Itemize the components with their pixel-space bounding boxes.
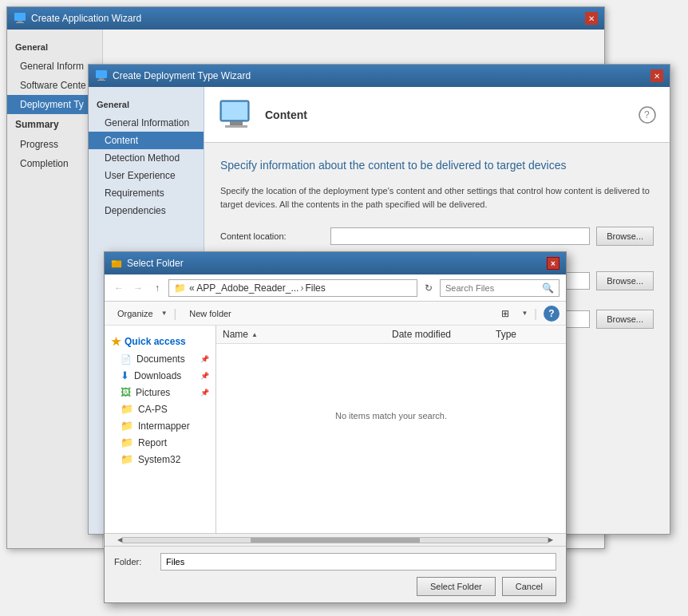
path-current: Files xyxy=(305,282,325,294)
col-date-modified[interactable]: Date modified xyxy=(392,329,496,340)
organize-dropdown[interactable]: Organize ▼ xyxy=(111,307,168,320)
intermapper-folder-icon: 📁 xyxy=(121,420,133,432)
organize-button[interactable]: Organize xyxy=(111,307,160,320)
select-folder-close-button[interactable]: × xyxy=(547,257,559,270)
deploy-sidebar-item-requirements[interactable]: Requirements xyxy=(89,184,204,202)
path-root: « APP_Adobe_Reader_... xyxy=(189,282,299,294)
dialog-right-panel: Name ▲ Date modified Type No items match… xyxy=(216,326,566,533)
path-separator: › xyxy=(300,282,303,294)
extra-browse-button-1[interactable]: Browse... xyxy=(596,271,654,290)
left-panel-item-report[interactable]: 📁 Report xyxy=(105,434,215,451)
organize-dropdown-arrow: ▼ xyxy=(161,310,168,317)
intermapper-label: Intermapper xyxy=(138,421,190,432)
file-list-header: Name ▲ Date modified Type xyxy=(216,326,566,344)
deploy-wizard-icon xyxy=(95,69,108,82)
svg-rect-5 xyxy=(97,80,105,81)
left-panel-item-intermapper[interactable]: 📁 Intermapper xyxy=(105,417,215,434)
col-name[interactable]: Name ▲ xyxy=(223,329,392,340)
left-panel-item-ca-ps[interactable]: 📁 CA-PS xyxy=(105,401,215,417)
deploy-sidebar-item-content[interactable]: Content xyxy=(89,132,204,149)
deploy-header-title: Content xyxy=(265,109,307,121)
nav-back-button[interactable]: ← xyxy=(111,280,127,296)
left-panel-item-downloads[interactable]: ⬇ Downloads 📌 xyxy=(105,367,215,384)
content-location-browse-button[interactable]: Browse... xyxy=(596,227,654,246)
folder-label: Folder: xyxy=(114,557,154,567)
toolbar-divider: | xyxy=(174,307,177,320)
dialog-toolbar: Organize ▼ | New folder ⊞ ▼ | ? xyxy=(105,302,566,326)
deploy-wizard-titlebar: Create Deployment Type Wizard ✕ xyxy=(89,65,670,87)
svg-rect-9 xyxy=(225,125,247,128)
system32-label: System32 xyxy=(138,454,180,465)
content-pc-icon xyxy=(217,96,255,134)
select-folder-title-icon xyxy=(111,258,122,269)
left-panel-item-documents[interactable]: 📄 Documents 📌 xyxy=(105,351,215,367)
deploy-sidebar-item-user-exp[interactable]: User Experience xyxy=(89,167,204,184)
deploy-header-icon xyxy=(217,96,255,134)
app-wizard-title: Create Application Wizard xyxy=(31,13,141,24)
dialog-address-bar: ← → ↑ 📁 « APP_Adobe_Reader_... › Files ↻… xyxy=(105,274,566,302)
view-toggle-button[interactable]: ⊞ xyxy=(496,306,515,322)
scrollbar-right-arrow[interactable]: ▶ xyxy=(548,536,553,543)
scrollbar-track[interactable] xyxy=(122,537,548,543)
svg-rect-8 xyxy=(230,121,243,125)
select-folder-title-left: Select Folder xyxy=(111,258,184,269)
svg-rect-2 xyxy=(16,22,24,23)
folder-input[interactable] xyxy=(160,553,556,571)
address-path-bar[interactable]: 📁 « APP_Adobe_Reader_... › Files xyxy=(168,279,417,297)
svg-rect-4 xyxy=(99,78,104,80)
dialog-scrollbar[interactable]: ◀ ▶ xyxy=(105,533,566,546)
select-folder-button[interactable]: Select Folder xyxy=(417,577,496,596)
help-button[interactable]: ? xyxy=(544,306,559,322)
scrollbar-thumb[interactable] xyxy=(251,538,421,543)
svg-text:?: ? xyxy=(644,109,650,120)
documents-icon: 📄 xyxy=(121,354,132,365)
select-folder-title-text: Select Folder xyxy=(127,258,184,269)
col-type[interactable]: Type xyxy=(496,329,559,340)
view-dropdown-arrow: ▼ xyxy=(521,310,528,317)
content-location-input[interactable] xyxy=(330,227,590,245)
content-location-row: Content location: Browse... xyxy=(220,227,654,246)
nav-forward-button[interactable]: → xyxy=(130,280,146,296)
quick-access-star-icon: ★ xyxy=(111,335,121,348)
deploy-wizard-close-button[interactable]: ✕ xyxy=(650,69,663,82)
documents-label: Documents xyxy=(136,353,185,365)
nav-refresh-button[interactable]: ↻ xyxy=(421,280,437,296)
extra-browse-button-2[interactable]: Browse... xyxy=(596,310,654,329)
deploy-sidebar-item-detection[interactable]: Detection Method xyxy=(89,149,204,167)
nav-up-button[interactable]: ↑ xyxy=(149,280,165,296)
path-folder-icon: 📁 xyxy=(174,282,186,294)
quick-access-label: Quick access xyxy=(125,336,186,347)
downloads-icon: ⬇ xyxy=(121,369,129,381)
pictures-icon: 🖼 xyxy=(121,386,131,398)
ca-ps-label: CA-PS xyxy=(138,404,168,415)
app-wizard-close-button[interactable]: ✕ xyxy=(585,12,598,25)
report-label: Report xyxy=(138,437,167,448)
no-items-message: No items match your search. xyxy=(216,344,566,488)
pictures-label: Pictures xyxy=(136,387,170,398)
system32-folder-icon: 📁 xyxy=(121,453,133,465)
left-panel-item-pictures[interactable]: 🖼 Pictures 📌 xyxy=(105,384,215,401)
svg-rect-7 xyxy=(222,102,247,120)
sort-arrow-icon: ▲ xyxy=(251,331,258,338)
toolbar-divider-2: | xyxy=(534,307,537,320)
deploy-sidebar-item-dependencies[interactable]: Dependencies xyxy=(89,202,204,219)
app-wizard-titlebar: Create Application Wizard ✕ xyxy=(7,7,604,30)
pictures-pin-icon: 📌 xyxy=(200,389,209,397)
report-folder-icon: 📁 xyxy=(121,436,133,448)
folder-row: Folder: xyxy=(114,553,556,571)
deploy-sidebar-item-general-info[interactable]: General Information xyxy=(89,114,204,132)
deploy-titlebar-left: Create Deployment Type Wizard xyxy=(95,69,251,82)
cancel-button[interactable]: Cancel xyxy=(502,577,556,596)
search-input[interactable] xyxy=(445,283,539,293)
deploy-description: Specify the location of the deployment t… xyxy=(220,184,654,211)
new-folder-button[interactable]: New folder xyxy=(183,307,238,320)
documents-pin-icon: 📌 xyxy=(200,355,209,363)
quick-access-group[interactable]: ★ Quick access xyxy=(105,332,215,351)
help-icon: ? xyxy=(548,308,554,319)
deploy-wizard-title: Create Deployment Type Wizard xyxy=(113,70,251,81)
dialog-left-panel: ★ Quick access 📄 Documents 📌 ⬇ Downloads… xyxy=(105,326,216,533)
select-folder-dialog: Select Folder × ← → ↑ 📁 « APP_Adobe_Read… xyxy=(104,251,567,603)
search-icon: 🔍 xyxy=(542,282,554,294)
deploy-sidebar-group-general: General xyxy=(89,95,204,114)
left-panel-item-system32[interactable]: 📁 System32 xyxy=(105,451,215,468)
